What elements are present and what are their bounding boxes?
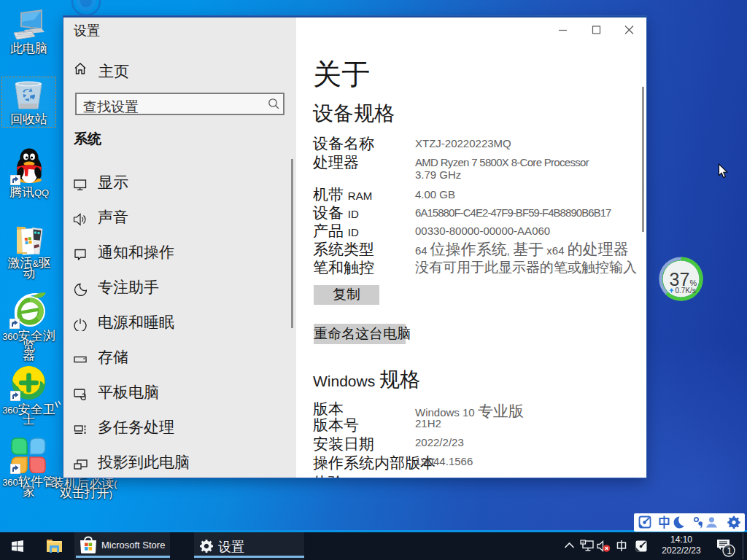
svg-text:1: 1 xyxy=(727,546,732,556)
svg-text:0.7K/s: 0.7K/s xyxy=(676,287,696,295)
